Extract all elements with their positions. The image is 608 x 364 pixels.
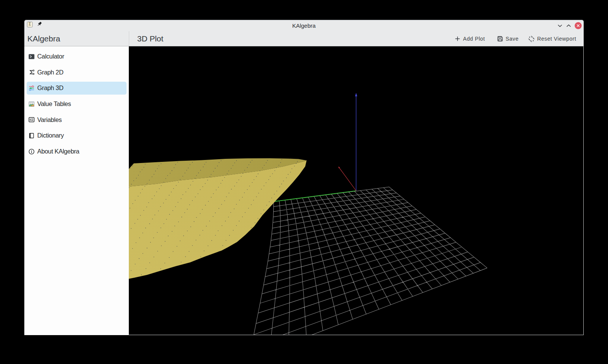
plot-area[interactable]: [129, 46, 584, 335]
sidebar-item-graph-3d[interactable]: Graph 3D: [24, 80, 129, 96]
reset-viewport-icon: [528, 36, 535, 42]
z-axis-arrow: [355, 93, 357, 96]
kalgebra-window: Σ KAlgebra KAlgebra 3D Plot: [24, 20, 584, 335]
table-icon: [28, 101, 35, 107]
reset-viewport-button[interactable]: Reset Viewport: [528, 31, 576, 46]
header-row: KAlgebra 3D Plot Add Plot Save: [24, 31, 584, 46]
add-plot-button[interactable]: Add Plot: [454, 31, 485, 46]
page-title: 3D Plot: [137, 31, 163, 46]
sidebar-item-variables[interactable]: Variables: [24, 112, 129, 128]
info-icon: [28, 149, 35, 155]
titlebar[interactable]: Σ KAlgebra: [24, 20, 584, 31]
save-icon: [497, 36, 503, 42]
y-axis: [273, 191, 356, 202]
sidebar-item-graph-2d[interactable]: Graph 2D: [24, 64, 129, 80]
window-title: KAlgebra: [24, 20, 584, 31]
grid-plane: [249, 187, 487, 334]
sliders-icon: [28, 85, 35, 91]
close-button[interactable]: [575, 22, 582, 29]
sidebar: Calculator Graph 2D Graph 3D Value Table…: [24, 46, 129, 335]
sidebar-item-value-tables[interactable]: Value Tables: [24, 96, 129, 112]
header-separator: [129, 31, 129, 46]
console-icon: [28, 54, 35, 60]
book-icon: [28, 133, 35, 139]
sidebar-item-calculator[interactable]: Calculator: [24, 49, 129, 65]
sidebar-header-title: KAlgebra: [27, 31, 60, 46]
sidebar-item-dictionary[interactable]: Dictionary: [24, 128, 129, 144]
x-axis: [339, 167, 356, 191]
maximize-button[interactable]: [565, 22, 572, 29]
sigma-icon: [28, 69, 35, 75]
save-button[interactable]: Save: [497, 31, 519, 46]
sidebar-item-about-kalgebra[interactable]: About KAlgebra: [24, 144, 129, 160]
plot-canvas: [129, 46, 583, 335]
list-icon: [28, 117, 35, 123]
minimize-button[interactable]: [556, 22, 564, 29]
plus-icon: [454, 36, 461, 42]
